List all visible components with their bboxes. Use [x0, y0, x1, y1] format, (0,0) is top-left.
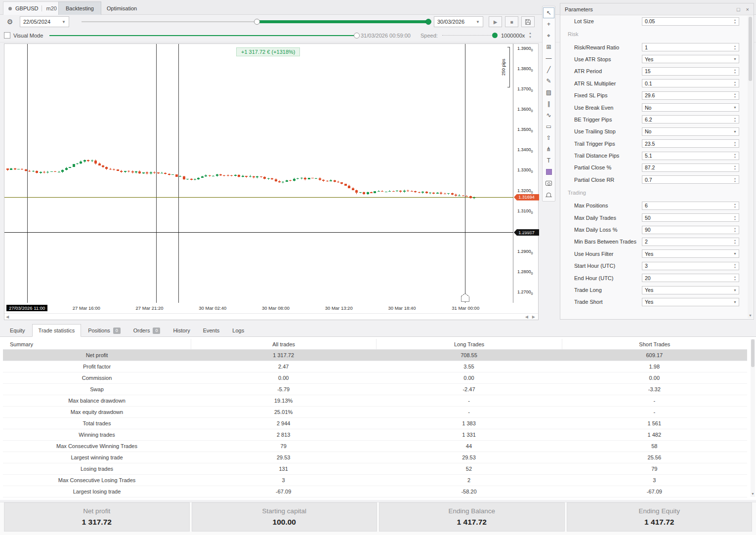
candlestick-series[interactable]	[4, 44, 513, 303]
scroll-down-icon[interactable]: ▼	[751, 491, 755, 497]
trendline-icon[interactable]: ╱	[543, 64, 554, 75]
price-axis[interactable]: 1.31694 1.29957 1.390001.380001.370001.3…	[514, 44, 539, 303]
stats-row-max-consecutive-winning-trades[interactable]: Max Consecutive Winning Trades794458	[3, 441, 747, 452]
spinner-arrows-icon[interactable]	[732, 43, 738, 51]
stats-row-max-equity-drawdown[interactable]: Max equity drawdown25.01%--	[3, 407, 747, 418]
stats-row-losing-trades[interactable]: Losing trades1315279	[3, 463, 747, 475]
tab-events[interactable]: Events	[197, 325, 226, 336]
rectangle-icon[interactable]: ▭	[543, 121, 554, 132]
spinner-arrows-icon[interactable]	[732, 274, 738, 282]
spinner-arrows-icon[interactable]	[732, 262, 738, 270]
speed-handle[interactable]	[492, 33, 498, 38]
progress-handle[interactable]	[354, 33, 360, 39]
dropdown-arrow-icon[interactable]	[733, 106, 737, 109]
spinner-arrows-icon[interactable]	[732, 226, 738, 234]
param-dropdown-use-atr-stops[interactable]: Yes	[642, 55, 739, 63]
price-chart[interactable]: +1 317.72 € (+1318%) 250 pips 1.31694 1.…	[4, 43, 539, 320]
stats-scrollbar[interactable]: ▼	[751, 339, 755, 497]
symbol-chart-tab[interactable]: GBPUSD m20	[3, 1, 62, 15]
spinner-arrows-icon[interactable]	[732, 92, 738, 99]
playback-progress-slider[interactable]	[49, 35, 357, 36]
stats-row-commission[interactable]: Commission0.000.000.00	[3, 372, 747, 384]
text-tool-icon[interactable]: T	[543, 155, 554, 166]
param-input-trail-trigger-pips[interactable]: 23.5	[642, 139, 739, 148]
dropdown-arrow-icon[interactable]	[733, 288, 737, 292]
tab-logs[interactable]: Logs	[226, 325, 250, 336]
start-date-field[interactable]: 22/05/2024 ▼	[20, 16, 69, 27]
scroll-down-icon[interactable]: ▼	[748, 312, 753, 319]
stats-row-net-profit[interactable]: Net profit1 317.72708.55609.17	[3, 350, 747, 361]
tab-backtesting[interactable]: Backtesting	[58, 1, 101, 15]
param-input-partial-close[interactable]: 87.2	[642, 164, 739, 172]
param-input-max-positions[interactable]: 6	[642, 202, 739, 210]
param-input-max-daily-loss[interactable]: 90	[642, 226, 739, 234]
tab-trade-statistics[interactable]: Trade statistics	[32, 324, 82, 337]
scrollbar-thumb[interactable]	[749, 17, 752, 81]
snap-grid-icon[interactable]: ⊞	[543, 41, 554, 52]
pitchfork-icon[interactable]: ⋔	[543, 144, 554, 155]
tab-positions[interactable]: Positions0	[82, 325, 126, 336]
range-start-handle[interactable]	[254, 19, 260, 25]
param-input-fixed-sl-pips[interactable]: 29.6	[642, 91, 739, 100]
stats-row-total-trades[interactable]: Total trades2 9441 3831 561	[3, 418, 747, 429]
tab-equity[interactable]: Equity	[4, 325, 31, 336]
spinner-arrows-icon[interactable]	[732, 214, 738, 221]
date-range-slider[interactable]	[82, 16, 430, 27]
speed-slider[interactable]	[442, 35, 495, 36]
channel-icon[interactable]: ∥	[543, 98, 554, 109]
param-dropdown-use-break-even[interactable]: No	[642, 103, 739, 112]
spinner-arrows-icon[interactable]	[732, 176, 738, 183]
param-input-be-trigger-pips[interactable]: 6.2	[642, 115, 739, 123]
scroll-left-icon[interactable]: ◀	[525, 315, 528, 319]
save-report-button[interactable]	[521, 16, 535, 27]
play-button[interactable]: ▶	[489, 16, 502, 27]
dropdown-arrow-icon[interactable]	[733, 300, 737, 304]
close-icon[interactable]: ×	[746, 6, 749, 12]
range-end-handle[interactable]	[425, 19, 431, 25]
stats-row-largest-winning-trade[interactable]: Largest winning trade29.5329.5325.56	[3, 452, 747, 463]
spinner-arrows-icon[interactable]	[732, 18, 738, 25]
chart-scrollbar[interactable]: ◀ ◀ ▶	[4, 313, 538, 320]
spinner-arrows-icon[interactable]	[732, 80, 738, 87]
dropdown-arrow-icon[interactable]	[733, 130, 737, 133]
settings-button[interactable]: ⚙	[3, 16, 16, 27]
stats-row-max-consecutive-losing-trades[interactable]: Max Consecutive Losing Trades323	[3, 475, 747, 486]
param-input-risk-reward-ratio[interactable]: 1	[642, 43, 739, 51]
param-input-atr-sl-multiplier[interactable]: 0.1	[642, 79, 739, 87]
scrollbar-thumb[interactable]	[751, 339, 755, 367]
scroll-left-icon[interactable]: ◀	[6, 315, 9, 319]
stats-row-swap[interactable]: Swap-5.79-2.47-3.32	[3, 384, 747, 395]
stop-button[interactable]: ■	[505, 16, 518, 27]
popout-icon[interactable]: □	[737, 6, 740, 12]
pencil-icon[interactable]: ✎	[543, 76, 554, 86]
stats-row-largest-losing-trade[interactable]: Largest losing trade-67.09-58.20-67.09	[3, 486, 747, 497]
time-axis[interactable]: 27/03/2026 11:0027 Mar 16:0027 Mar 21:20…	[4, 304, 513, 312]
param-input-atr-period[interactable]: 15	[642, 67, 739, 76]
spinner-arrows-icon[interactable]	[732, 140, 738, 147]
param-input-partial-close-rr[interactable]: 0.7	[642, 175, 739, 184]
scroll-right-icon[interactable]: ▶	[532, 315, 535, 319]
param-input-max-daily-trades[interactable]: 50	[642, 213, 739, 222]
param-input-min-bars-between-trades[interactable]: 2	[642, 238, 739, 246]
param-dropdown-use-trailing-stop[interactable]: No	[642, 127, 739, 136]
speed-spinner-arrows[interactable]	[529, 31, 532, 39]
tab-history[interactable]: History	[167, 325, 196, 336]
param-dropdown-trade-short[interactable]: Yes	[642, 298, 739, 306]
color-swatch-icon[interactable]	[543, 166, 554, 177]
stats-row-max-balance-drawdown[interactable]: Max balance drawdown19.13%--	[3, 395, 747, 407]
param-input-end-hour-utc[interactable]: 20	[642, 274, 739, 282]
camera-icon[interactable]	[543, 178, 554, 189]
event-marker[interactable]	[461, 293, 469, 301]
end-date-field[interactable]: 30/03/2026 ▼	[434, 16, 483, 27]
alert-bell-icon[interactable]	[543, 189, 554, 200]
visual-mode-checkbox[interactable]	[4, 32, 10, 39]
chart-plot-area[interactable]: +1 317.72 € (+1318%) 250 pips	[4, 44, 513, 303]
stats-row-profit-factor[interactable]: Profit factor2.473.551.98	[3, 361, 747, 372]
parameters-header[interactable]: Parameters □×	[560, 3, 754, 15]
param-input-lot-size[interactable]: 0.05	[642, 17, 739, 26]
param-dropdown-use-hours-filter[interactable]: Yes	[642, 249, 739, 258]
curve-icon[interactable]: ∿	[543, 110, 554, 121]
spinner-arrows-icon[interactable]	[732, 164, 738, 171]
dropdown-arrow-icon[interactable]	[733, 252, 737, 255]
param-dropdown-trade-long[interactable]: Yes	[642, 286, 739, 294]
